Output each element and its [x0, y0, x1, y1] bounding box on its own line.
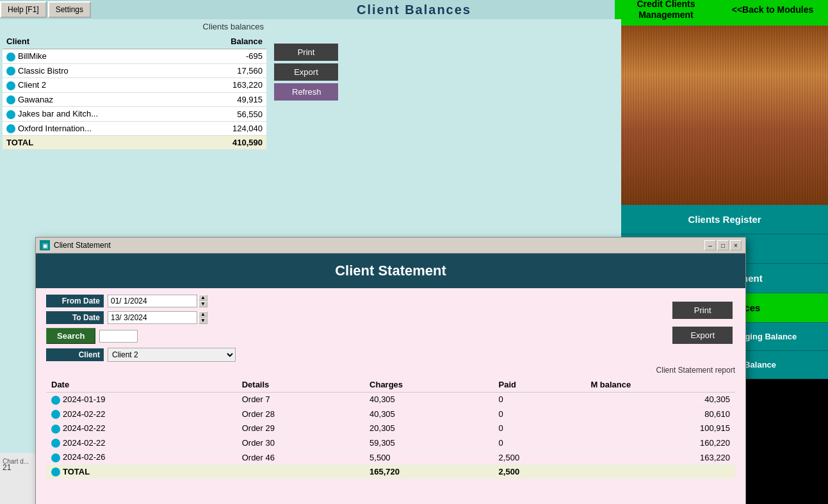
client-table-row[interactable]: Gawanaz 49,915 [3, 92, 266, 107]
client-table-row[interactable]: BillMike -695 [3, 49, 266, 64]
client-table-row[interactable]: Oxford Internation... 124,040 [3, 121, 266, 136]
statement-row[interactable]: 2024-02-22 Order 29 20,305 0 100,915 [46, 421, 735, 436]
action-buttons: Print Export Refresh [269, 38, 343, 106]
stmt-mbalance-cell: 160,220 [585, 435, 735, 450]
statement-row[interactable]: 2024-02-22 Order 28 40,305 0 80,610 [46, 407, 735, 421]
sidebar-item-clients-register[interactable]: Clients Register [621, 205, 828, 234]
export-button[interactable]: Export [274, 63, 338, 81]
stmt-total-dot-icon [51, 467, 60, 476]
client-dot-icon [6, 110, 15, 119]
client-statement-modal: ▣ Client Statement – □ × Client Statemen… [35, 237, 746, 504]
modal-title-bar: ▣ Client Statement – □ × [36, 238, 745, 254]
stmt-charges-cell: 5,500 [364, 450, 494, 465]
statement-row[interactable]: 2024-02-26 Order 46 5,500 2,500 163,220 [46, 450, 735, 465]
stmt-charges-cell: 40,305 [364, 407, 494, 421]
modal-header: Client Statement [36, 254, 745, 288]
main-area: Clients balances Client Balance BillMike… [0, 19, 828, 504]
left-panel: Clients balances Client Balance BillMike… [0, 19, 621, 504]
print-button[interactable]: Print [274, 44, 338, 61]
client-dot-icon [6, 124, 15, 133]
client-dot-icon [6, 95, 15, 104]
client-balance-cell: -695 [191, 49, 266, 64]
stmt-date-cell: 2024-01-19 [46, 393, 237, 407]
client-balance-cell: 124,040 [191, 121, 266, 136]
statement-row[interactable]: 2024-01-19 Order 7 40,305 0 40,305 [46, 393, 735, 407]
from-date-row: From Date ▲ ▼ [46, 295, 735, 307]
settings-button[interactable]: Settings [48, 1, 91, 18]
client-select[interactable]: Client 2 [108, 348, 236, 362]
modal-close-button[interactable]: × [730, 240, 742, 250]
stmt-paid-cell: 0 [494, 421, 586, 436]
stmt-dot-icon [51, 425, 60, 434]
search-input[interactable] [99, 330, 138, 343]
stmt-charges-cell: 20,305 [364, 421, 494, 436]
to-date-spinner: ▲ ▼ [199, 311, 207, 324]
client-table-row[interactable]: Classic Bistro 17,560 [3, 63, 266, 78]
from-date-input[interactable] [108, 295, 197, 307]
stmt-mbalance-cell: 163,220 [585, 450, 735, 465]
client-balance-cell: 163,220 [191, 78, 266, 93]
client-name-cell: Oxford Internation... [3, 121, 191, 136]
help-button[interactable]: Help [F1] [0, 1, 47, 18]
clients-table: Client Balance BillMike -695 Classic Bis… [3, 34, 266, 150]
client-dot-icon [6, 67, 15, 76]
stmt-details-cell: Order 7 [237, 393, 364, 407]
stmt-total-empty [237, 464, 364, 479]
modal-print-button[interactable]: Print [672, 302, 733, 319]
from-date-label: From Date [46, 295, 104, 307]
total-label-cell: TOTAL [3, 136, 191, 150]
client-balance-cell: 49,915 [191, 92, 266, 107]
from-date-up[interactable]: ▲ [199, 295, 207, 301]
stmt-details-cell: Order 29 [237, 421, 364, 436]
client-name-cell: BillMike [3, 49, 191, 64]
modal-body: From Date ▲ ▼ To Date ▲ ▼ [36, 288, 745, 504]
to-date-input[interactable] [108, 311, 197, 324]
to-date-row: To Date ▲ ▼ [46, 311, 735, 324]
client-balance-cell: 17,560 [191, 63, 266, 78]
modal-action-buttons: Print Export [672, 302, 733, 344]
stmt-paid-cell: 0 [494, 435, 586, 450]
client-table-row[interactable]: Client 2 163,220 [3, 78, 266, 93]
paid-col-header: Paid [494, 377, 586, 393]
stmt-total-charges: 165,720 [364, 464, 494, 479]
from-date-down[interactable]: ▼ [199, 301, 207, 307]
bottom-number: 21 [3, 463, 11, 472]
credit-clients-button[interactable]: Credit Clients Management [615, 0, 717, 26]
stmt-mbalance-cell: 40,305 [585, 393, 735, 407]
client-col-header: Client [3, 34, 191, 49]
search-button[interactable]: Search [46, 328, 95, 344]
top-bar: Help [F1] Settings Client Balances Credi… [0, 0, 828, 19]
stmt-dot-icon [51, 410, 60, 419]
modal-minimize-button[interactable]: – [704, 240, 716, 250]
client-name-cell: Gawanaz [3, 92, 191, 107]
stmt-details-cell: Order 28 [237, 407, 364, 421]
stmt-details-cell: Order 46 [237, 450, 364, 465]
wood-panel [621, 19, 828, 205]
client-table-row[interactable]: Jakes bar and Kitch... 56,550 [3, 107, 266, 122]
date-col-header: Date [46, 377, 237, 393]
stmt-paid-cell: 0 [494, 407, 586, 421]
to-date-up[interactable]: ▲ [199, 311, 207, 318]
total-balance-cell: 410,590 [191, 136, 266, 150]
stmt-paid-cell: 0 [494, 393, 586, 407]
to-date-down[interactable]: ▼ [199, 318, 207, 324]
statement-row[interactable]: 2024-02-22 Order 30 59,305 0 160,220 [46, 435, 735, 450]
client-name-cell: Classic Bistro [3, 63, 191, 78]
statement-table: Date Details Charges Paid M balance 2024… [46, 377, 735, 479]
stmt-details-cell: Order 30 [237, 435, 364, 450]
client-dot-icon [6, 81, 15, 90]
modal-export-button[interactable]: Export [672, 327, 733, 344]
clients-balances-title: Clients balances [3, 22, 266, 31]
stmt-dot-icon [51, 439, 60, 448]
stmt-date-cell: 2024-02-22 [46, 407, 237, 421]
to-date-label: To Date [46, 311, 104, 324]
refresh-button[interactable]: Refresh [274, 83, 338, 101]
report-label: Client Statement report [46, 366, 735, 375]
stmt-paid-cell: 2,500 [494, 450, 586, 465]
stmt-charges-cell: 59,305 [364, 435, 494, 450]
modal-maximize-button[interactable]: □ [717, 240, 729, 250]
back-to-modules-button[interactable]: <<Back to Modules [717, 0, 828, 26]
charges-col-header: Charges [364, 377, 494, 393]
stmt-date-cell: 2024-02-22 [46, 421, 237, 436]
client-balance-cell: 56,550 [191, 107, 266, 122]
